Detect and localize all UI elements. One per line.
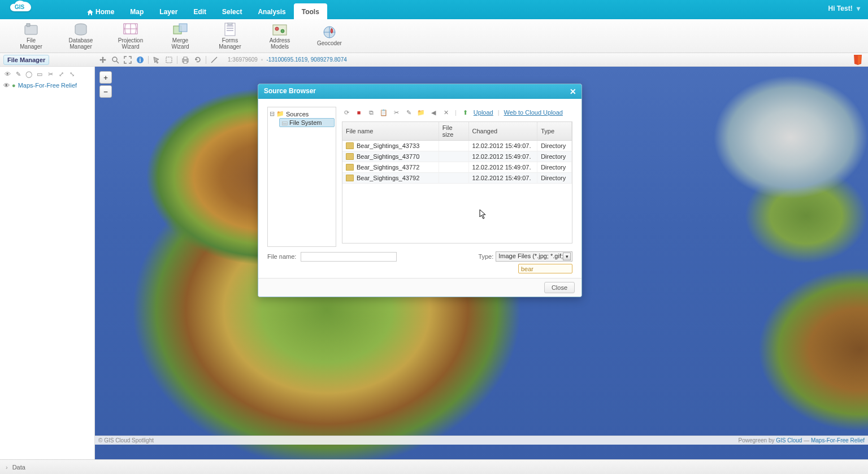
address-icon: [272, 23, 288, 36]
chevron-right-icon[interactable]: ›: [6, 464, 8, 471]
measure-icon[interactable]: [210, 55, 219, 64]
tab-analysis[interactable]: Analysis: [250, 3, 293, 19]
cut-icon[interactable]: ✂: [46, 70, 54, 78]
browser-toolbar: ⟳ ■ ⧉ 📋 ✂ ✎ 📁 ◀ ✕ | ⬆ Upload | Web to Cl…: [342, 107, 572, 118]
dialog-title[interactable]: Source Browser ✕: [258, 84, 581, 99]
svg-text:i: i: [140, 57, 141, 63]
source-browser-dialog: Source Browser ✕ ⊟ 📁 Sources 🖴 File Syst…: [258, 84, 582, 297]
zoom-out-button[interactable]: −: [99, 85, 112, 98]
ribbon-label: DatabaseManager: [69, 37, 93, 50]
col-changed[interactable]: Changed: [468, 122, 537, 141]
select-box-icon[interactable]: [164, 55, 173, 64]
app-logo: GIS: [7, 0, 33, 17]
tab-home[interactable]: Home: [79, 3, 122, 19]
pan-icon[interactable]: [98, 55, 107, 64]
ribbon-projection-wizard[interactable]: ProjectionWizard: [114, 21, 147, 50]
upload-link[interactable]: Upload: [474, 109, 493, 116]
table-row[interactable]: Bear_Sightings_4373312.02.2012 15:49:07.…: [342, 141, 572, 151]
ribbon-file-manager[interactable]: FileManager: [15, 21, 47, 50]
coords-value: -13100695.1619, 9089279.8074: [266, 56, 346, 63]
ribbon-merge-wizard[interactable]: MergeWizard: [164, 21, 197, 50]
home-icon: [87, 10, 93, 15]
info-icon[interactable]: i: [136, 55, 145, 64]
file-manager-icon: [23, 23, 39, 36]
attribution-link[interactable]: Maps-For-Free Relief: [811, 437, 865, 443]
zoom-icon[interactable]: [111, 55, 120, 64]
bottom-tab-data[interactable]: Data: [12, 464, 25, 471]
top-nav: GIS Home Map Layer Edit Select Analysis …: [0, 0, 868, 19]
copy-icon[interactable]: ⧉: [367, 108, 376, 117]
search-input[interactable]: [518, 264, 572, 273]
brand-link[interactable]: GIS Cloud: [776, 437, 802, 443]
ribbon-geocoder[interactable]: Geocoder: [313, 21, 346, 50]
ribbon-forms-manager[interactable]: FormsManager: [214, 21, 246, 50]
delete-icon[interactable]: ✕: [441, 108, 450, 117]
ribbon-label: Geocoder: [317, 40, 342, 46]
tree-node-filesystem[interactable]: 🖴 File System: [279, 118, 335, 127]
print-icon[interactable]: [181, 55, 190, 64]
folder-icon: [346, 142, 354, 149]
select-icon[interactable]: [152, 55, 161, 64]
source-tree: ⊟ 📁 Sources 🖴 File System: [267, 107, 336, 247]
table-row[interactable]: Bear_Sightings_4379212.02.2012 15:49:07.…: [342, 173, 572, 184]
zoom-in-button[interactable]: +: [99, 71, 112, 84]
chevron-down-icon: ▾: [857, 5, 860, 12]
cut-icon[interactable]: ✂: [392, 108, 401, 117]
rename-icon[interactable]: ✎: [404, 108, 413, 117]
zoom-control: + −: [99, 71, 112, 99]
full-extent-icon[interactable]: [123, 55, 132, 64]
forms-icon: [222, 23, 238, 36]
file-grid: File name File size Changed Type Bear_Si…: [342, 121, 572, 243]
folder-icon: [346, 164, 354, 171]
user-menu[interactable]: Hi Test! ▾: [828, 5, 860, 12]
table-row[interactable]: Bear_Sightings_4377212.02.2012 15:49:07.…: [342, 162, 572, 173]
paste-icon[interactable]: 📋: [379, 108, 388, 117]
map-statusbar: © GIS Cloud Spotlight Powegreen by GIS C…: [95, 436, 868, 445]
circle-icon[interactable]: ◯: [25, 70, 33, 78]
eye-icon[interactable]: 👁: [3, 70, 11, 78]
close-icon[interactable]: ✕: [568, 86, 578, 97]
ribbon-database-manager[interactable]: DatabaseManager: [64, 21, 97, 50]
close-button[interactable]: Close: [544, 282, 575, 293]
ribbon-label: MergeWizard: [171, 37, 189, 50]
collapse-icon[interactable]: ⤢: [57, 70, 65, 78]
expand-icon[interactable]: ⤡: [68, 70, 76, 78]
projection-icon: [123, 23, 138, 36]
edit-icon[interactable]: ✎: [14, 70, 22, 78]
tools-ribbon: FileManager DatabaseManager ProjectionWi…: [0, 19, 868, 53]
web-upload-link[interactable]: Web to Cloud Upload: [504, 109, 563, 116]
tab-tools[interactable]: Tools: [294, 3, 327, 19]
new-folder-icon[interactable]: 📁: [416, 108, 426, 117]
filename-input[interactable]: [301, 252, 397, 262]
ribbon-label: FileManager: [20, 37, 42, 50]
col-size[interactable]: File size: [439, 122, 468, 141]
layer-dot-icon: ●: [12, 82, 16, 89]
svg-point-13: [275, 27, 279, 31]
folder-icon: [346, 175, 354, 181]
status-right: Powegreen by GIS Cloud — Maps-For-Free R…: [739, 437, 865, 443]
rect-icon[interactable]: ▭: [36, 70, 44, 78]
svg-rect-11: [228, 23, 232, 25]
tab-select[interactable]: Select: [214, 3, 250, 19]
svg-rect-22: [184, 57, 187, 59]
type-select[interactable]: Image Files (*.jpg; *.gif; ▾: [496, 251, 572, 262]
chevron-down-icon: ▾: [563, 253, 571, 260]
layers-sidebar: 👁 ✎ ◯ ▭ ✂ ⤢ ⤡ 👁 ● Maps-For-Free Relief: [0, 67, 95, 459]
tab-edit[interactable]: Edit: [185, 3, 214, 19]
folder-icon: [346, 153, 354, 160]
stop-icon[interactable]: ■: [354, 108, 363, 117]
tab-map[interactable]: Map: [122, 3, 151, 19]
col-type[interactable]: Type: [537, 122, 572, 141]
folder-icon: 📁: [276, 110, 284, 118]
col-name[interactable]: File name: [342, 122, 439, 141]
refresh-icon[interactable]: [193, 55, 202, 64]
prev-icon[interactable]: ◀: [429, 108, 438, 117]
table-row[interactable]: Bear_Sightings_4377012.02.2012 15:49:07.…: [342, 151, 572, 162]
refresh-icon[interactable]: ⟳: [342, 108, 351, 117]
svg-line-17: [116, 61, 119, 63]
tree-node-sources[interactable]: ⊟ 📁 Sources: [269, 110, 335, 118]
ribbon-address-models[interactable]: AddressModels: [263, 21, 296, 50]
tab-layer[interactable]: Layer: [151, 3, 185, 19]
layer-item[interactable]: 👁 ● Maps-For-Free Relief: [1, 81, 93, 90]
geocoder-icon: [322, 25, 337, 39]
